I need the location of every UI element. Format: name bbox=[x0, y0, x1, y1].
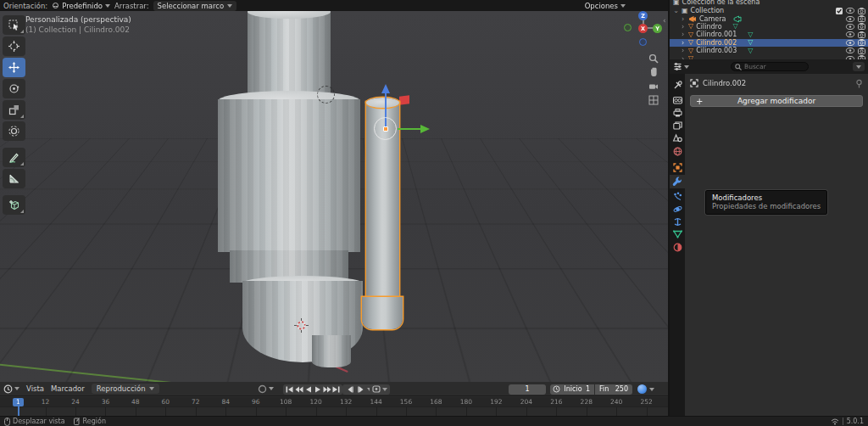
hide-eye-icon[interactable] bbox=[846, 16, 854, 22]
pin-icon[interactable] bbox=[855, 80, 863, 88]
hide-eye-icon[interactable] bbox=[846, 40, 854, 46]
selected-cylinder-flare[interactable] bbox=[362, 297, 403, 329]
tool-select-box[interactable] bbox=[3, 15, 25, 35]
play-button[interactable] bbox=[313, 384, 322, 395]
tab-tool[interactable] bbox=[670, 79, 685, 91]
expand-right-icon[interactable]: › bbox=[680, 39, 686, 47]
hide-eye-icon[interactable] bbox=[846, 48, 854, 53]
outliner-row-camera[interactable]: › Camera bbox=[670, 14, 868, 22]
chevron-down-icon[interactable] bbox=[649, 388, 654, 391]
expand-right-icon[interactable]: › bbox=[680, 23, 686, 31]
cylinder-object-bottom-stub[interactable] bbox=[312, 335, 351, 367]
tab-world[interactable] bbox=[670, 145, 685, 157]
outliner-row-cilindro-002[interactable]: › ▽ Cilindro.002 ▽ bbox=[670, 39, 868, 47]
outliner-row-collection[interactable]: ⌄ ▣ Collection bbox=[670, 7, 868, 14]
disable-render-icon[interactable] bbox=[858, 23, 865, 30]
expand-down-icon[interactable]: ⌄ bbox=[673, 7, 679, 14]
menu-vista[interactable]: Vista bbox=[26, 384, 44, 393]
tool-transform[interactable] bbox=[3, 121, 25, 141]
keying-ball-icon[interactable] bbox=[637, 384, 647, 394]
tab-view-layer[interactable] bbox=[670, 120, 685, 132]
orientation-dropdown[interactable]: Predefinido bbox=[52, 2, 110, 10]
tool-cursor[interactable] bbox=[3, 36, 25, 56]
tool-move[interactable] bbox=[3, 58, 25, 77]
chevron-down-icon[interactable] bbox=[382, 388, 387, 391]
cylinder-object-body[interactable] bbox=[218, 99, 360, 252]
expand-right-icon[interactable]: › bbox=[680, 47, 686, 54]
properties-filter-dropdown[interactable] bbox=[853, 62, 865, 71]
drag-mode-dropdown[interactable]: Seleccionar marco bbox=[153, 1, 237, 11]
menu-reproduccion[interactable]: Reproducción bbox=[92, 384, 159, 394]
nav-axis-x[interactable]: X bbox=[638, 24, 648, 33]
checkbox-icon[interactable] bbox=[836, 8, 843, 14]
expand-right-icon[interactable]: › bbox=[680, 15, 686, 23]
sidebar-collapse-arrow[interactable]: ‹ bbox=[663, 16, 666, 25]
viewport-canvas[interactable]: Personalizada (perspectiva) (1) Collecti… bbox=[0, 11, 668, 382]
options-dropdown[interactable]: Opciones bbox=[585, 2, 626, 10]
tool-add-cube[interactable] bbox=[3, 195, 25, 215]
tool-rotate[interactable] bbox=[3, 79, 25, 98]
frame-start-field[interactable]: Inicio 1 bbox=[550, 384, 594, 395]
gizmo-center-dot[interactable] bbox=[383, 126, 388, 132]
disable-render-icon[interactable] bbox=[858, 8, 865, 14]
tab-object[interactable] bbox=[670, 161, 685, 173]
editor-type-selector[interactable] bbox=[673, 62, 689, 71]
tab-material[interactable] bbox=[670, 241, 685, 253]
step-forward-button[interactable] bbox=[356, 384, 365, 395]
outliner-row-cilindro-003[interactable]: › ▽ Cilindro.003 ▽ bbox=[670, 47, 868, 54]
disable-render-icon[interactable] bbox=[858, 48, 865, 54]
tab-constraints[interactable] bbox=[670, 216, 685, 227]
gizmo-y-axis-line[interactable] bbox=[398, 128, 421, 130]
gizmo-z-axis-arrow[interactable] bbox=[381, 84, 390, 93]
tab-particles[interactable] bbox=[670, 190, 685, 202]
gizmo-y-axis-arrow[interactable] bbox=[420, 125, 430, 133]
timeline-editor-type-selector[interactable] bbox=[3, 384, 19, 394]
jump-to-start-button[interactable] bbox=[285, 384, 294, 395]
step-back-button[interactable] bbox=[345, 384, 354, 395]
hide-eye-icon[interactable] bbox=[846, 24, 854, 30]
navigation-gizmo[interactable]: Z Y X bbox=[617, 11, 668, 113]
timeline-ruler[interactable]: 1224364860728496108120132144156168180192… bbox=[0, 397, 668, 406]
next-keyframe-button[interactable] bbox=[322, 384, 331, 395]
tab-scene[interactable] bbox=[670, 132, 685, 144]
search-placeholder: Buscar bbox=[744, 63, 766, 70]
tab-modifiers[interactable] bbox=[670, 175, 685, 188]
playhead-line[interactable] bbox=[18, 406, 19, 416]
tool-scale[interactable] bbox=[3, 100, 25, 120]
current-frame-field[interactable]: 1 bbox=[509, 384, 546, 395]
record-icon[interactable] bbox=[258, 384, 267, 394]
timeline-channels[interactable] bbox=[0, 406, 668, 416]
hide-eye-icon[interactable] bbox=[846, 8, 854, 14]
tab-output[interactable] bbox=[670, 107, 685, 119]
tool-annotate[interactable] bbox=[3, 148, 25, 167]
gizmo-x-axis-handle[interactable] bbox=[399, 95, 409, 105]
play-reverse-button[interactable] bbox=[303, 384, 313, 395]
cylinder-object-top-section[interactable] bbox=[248, 11, 331, 99]
chevron-down-icon[interactable] bbox=[269, 387, 274, 390]
disable-render-icon[interactable] bbox=[858, 39, 865, 46]
expand-right-icon[interactable]: › bbox=[680, 31, 686, 38]
outliner-row-cilindro-001[interactable]: › ▽ Cilindro.001 ▽ bbox=[670, 31, 868, 38]
nav-axis-y[interactable]: Y bbox=[653, 24, 662, 33]
tool-measure[interactable] bbox=[3, 169, 25, 188]
hide-eye-icon[interactable] bbox=[846, 31, 854, 37]
3d-viewport[interactable]: Orientación: Predefinido Arrastrar: Sele… bbox=[0, 0, 668, 382]
nav-axis-z-negative[interactable] bbox=[639, 38, 647, 46]
outliner-row-cilindro[interactable]: › ▽ Cilindro ▽ bbox=[670, 23, 868, 31]
keying-icon[interactable] bbox=[372, 385, 381, 393]
properties-search-input[interactable]: Buscar bbox=[731, 62, 809, 71]
frame-end-field[interactable]: Fin 250 bbox=[595, 384, 632, 395]
jump-to-end-button[interactable] bbox=[331, 384, 341, 395]
tab-render[interactable] bbox=[670, 94, 685, 106]
add-modifier-button[interactable]: + Agregar modificador bbox=[690, 95, 863, 107]
previous-keyframe-button[interactable] bbox=[294, 384, 303, 395]
nav-axis-z[interactable]: Z bbox=[638, 11, 648, 20]
menu-marcador[interactable]: Marcador bbox=[51, 384, 85, 393]
tab-physics[interactable] bbox=[670, 203, 685, 215]
disable-render-icon[interactable] bbox=[858, 15, 865, 22]
nav-axis-y-negative[interactable] bbox=[624, 24, 632, 31]
outliner-scene-collection-row[interactable]: ▣ Colección de la escena bbox=[670, 0, 868, 6]
disable-render-icon[interactable] bbox=[858, 31, 865, 38]
playhead-label[interactable]: 1 bbox=[13, 398, 24, 406]
tab-object-data[interactable] bbox=[670, 228, 685, 240]
